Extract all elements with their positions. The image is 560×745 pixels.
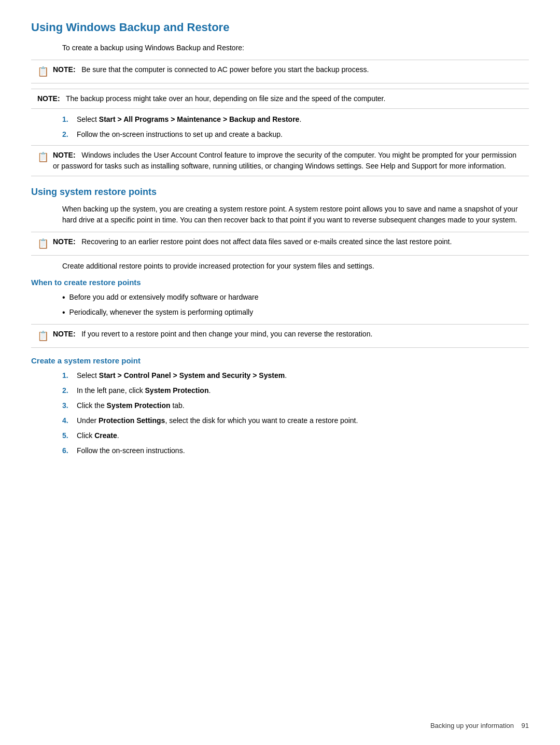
note-reverse-restoration: 📋 NOTE: If you revert to a restore point… — [31, 324, 529, 348]
section-title-windows-backup: Using Windows Backup and Restore — [31, 21, 529, 34]
when-to-create-bullets: Before you add or extensively modify sof… — [62, 292, 529, 319]
subsection-title-when-to-create: When to create restore points — [31, 278, 529, 287]
note-icon-2: 📋 — [37, 150, 49, 164]
step-1-num: 1. — [62, 114, 73, 125]
windows-backup-steps: 1. Select Start > All Programs > Mainten… — [62, 114, 529, 140]
restore-step-2-num: 2. — [62, 385, 73, 396]
restore-step-1-text: Select Start > Control Panel > System an… — [77, 370, 287, 381]
restore-step-2: 2. In the left pane, click System Protec… — [62, 385, 529, 396]
subsection-when-to-create: When to create restore points Before you… — [31, 278, 529, 348]
note-ac-power-text: Be sure that the computer is connected t… — [81, 65, 369, 74]
note-backup-time-text: The backup process might take over an ho… — [66, 94, 385, 103]
note-backup-time: NOTE: The backup process might take over… — [31, 89, 529, 109]
note-label-5: NOTE: — [53, 330, 76, 338]
note-label-2: NOTE: — [37, 94, 60, 103]
page-footer: Backing up your information 91 — [430, 722, 529, 729]
bullet-2-text: Periodically, whenever the system is per… — [69, 307, 254, 318]
restore-step-5-num: 5. — [62, 430, 73, 441]
note-restore-data-content: NOTE: Recovering to an earlier restore p… — [53, 236, 523, 247]
note-label-1: NOTE: — [53, 65, 76, 74]
bullet-1-text: Before you add or extensively modify sof… — [69, 292, 259, 303]
restore-step-5: 5. Click Create. — [62, 430, 529, 441]
page-content: Using Windows Backup and Restore To crea… — [31, 21, 529, 456]
restore-step-3-num: 3. — [62, 400, 73, 411]
footer-page-number: 91 — [522, 722, 529, 729]
restore-step-5-text: Click Create. — [77, 430, 119, 441]
subsection-create-restore-point: Create a system restore point 1. Select … — [31, 356, 529, 456]
footer-text: Backing up your information — [430, 722, 514, 729]
restore-step-3-text: Click the System Protection tab. — [77, 400, 185, 411]
section-system-restore: Using system restore points When backing… — [31, 187, 529, 456]
note-user-account-control: 📋 NOTE: Windows includes the User Accoun… — [31, 145, 529, 176]
note-backup-time-content: NOTE: The backup process might take over… — [37, 93, 523, 104]
restore-step-4: 4. Under Protection Settings, select the… — [62, 415, 529, 426]
system-restore-body: Create additional restore points to prov… — [62, 261, 529, 272]
note-icon-3: 📋 — [37, 237, 49, 251]
note-icon-4: 📋 — [37, 329, 49, 343]
restore-step-2-text: In the left pane, click System Protectio… — [77, 385, 211, 396]
restore-step-6-num: 6. — [62, 445, 73, 456]
note-label-4: NOTE: — [53, 237, 76, 246]
system-restore-intro: When backing up the system, you are crea… — [62, 204, 529, 226]
subsection-title-create-restore: Create a system restore point — [31, 356, 529, 365]
bullet-1: Before you add or extensively modify sof… — [62, 292, 529, 304]
note-uac-content: NOTE: Windows includes the User Account … — [53, 150, 523, 172]
step-2-num: 2. — [62, 129, 73, 140]
note-uac-text: Windows includes the User Account Contro… — [53, 151, 516, 170]
step-1: 1. Select Start > All Programs > Mainten… — [62, 114, 529, 125]
note-reverse-content: NOTE: If you revert to a restore point a… — [53, 329, 523, 340]
section-title-system-restore: Using system restore points — [31, 187, 529, 198]
note-reverse-text: If you revert to a restore point and the… — [81, 330, 372, 338]
restore-step-6-text: Follow the on-screen instructions. — [77, 445, 185, 456]
step-2-text: Follow the on-screen instructions to set… — [77, 129, 283, 140]
windows-backup-intro: To create a backup using Windows Backup … — [62, 43, 529, 53]
note-ac-power-content: NOTE: Be sure that the computer is conne… — [53, 64, 523, 75]
restore-step-4-num: 4. — [62, 415, 73, 426]
bullet-2: Periodically, whenever the system is per… — [62, 307, 529, 319]
restore-step-1-num: 1. — [62, 370, 73, 381]
note-restore-data-text: Recovering to an earlier restore point d… — [81, 237, 452, 246]
restore-step-4-text: Under Protection Settings, select the di… — [77, 415, 358, 426]
section-windows-backup: Using Windows Backup and Restore To crea… — [31, 21, 529, 176]
note-label-3: NOTE: — [53, 151, 76, 159]
restore-step-1: 1. Select Start > Control Panel > System… — [62, 370, 529, 381]
step-2: 2. Follow the on-screen instructions to … — [62, 129, 529, 140]
restore-step-3: 3. Click the System Protection tab. — [62, 400, 529, 411]
note-restore-data: 📋 NOTE: Recovering to an earlier restore… — [31, 232, 529, 256]
restore-step-6: 6. Follow the on-screen instructions. — [62, 445, 529, 456]
step-1-text: Select Start > All Programs > Maintenanc… — [77, 114, 301, 125]
create-restore-steps: 1. Select Start > Control Panel > System… — [62, 370, 529, 456]
note-icon-1: 📋 — [37, 65, 49, 79]
note-ac-power: 📋 NOTE: Be sure that the computer is con… — [31, 60, 529, 83]
